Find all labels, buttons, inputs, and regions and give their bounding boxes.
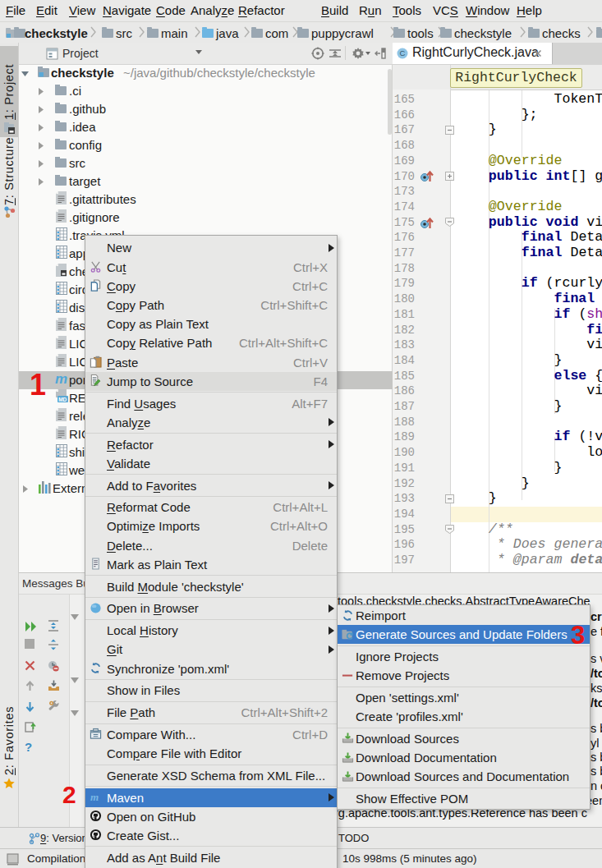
svg-text:m: m [90, 791, 99, 803]
svg-text:MD: MD [58, 397, 67, 402]
svg-text:C: C [400, 48, 406, 57]
